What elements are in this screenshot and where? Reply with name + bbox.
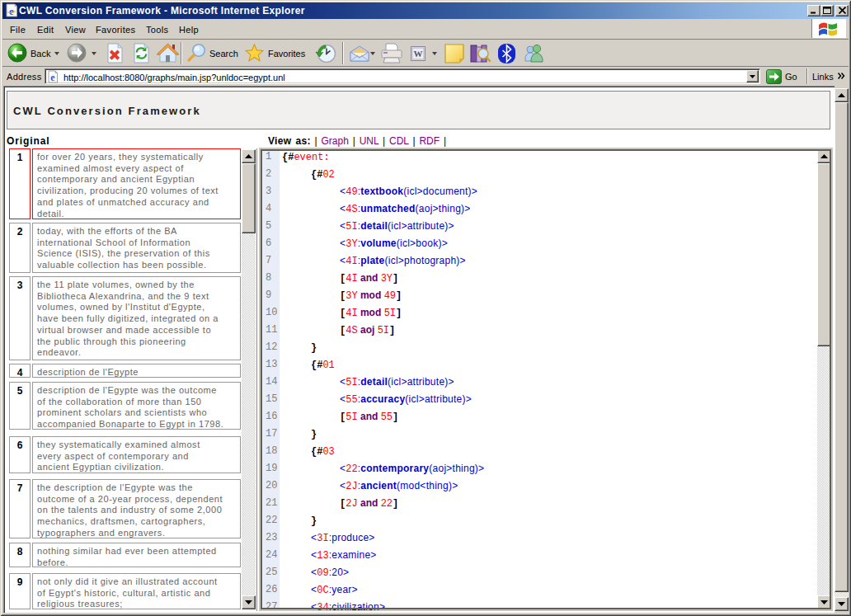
svg-text:e: e [50,72,55,83]
svg-text:W: W [414,49,423,59]
svg-text:e: e [9,5,14,17]
